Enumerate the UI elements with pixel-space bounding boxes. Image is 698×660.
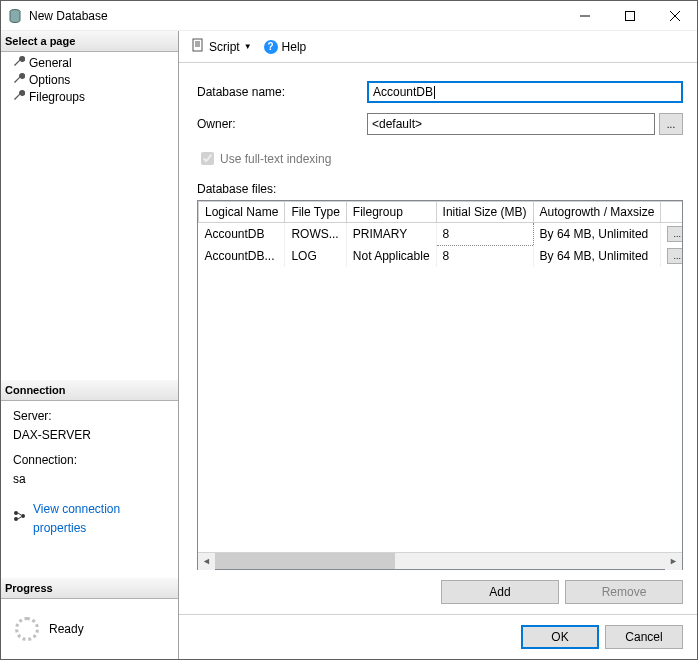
main-panel: Script ▼ ? Help Database name: AccountDB…: [179, 31, 697, 659]
svg-point-5: [14, 511, 18, 515]
col-autogrowth-btn[interactable]: [661, 202, 682, 223]
scrollbar-track[interactable]: [215, 553, 665, 569]
wrench-icon: [13, 72, 25, 87]
cell-size[interactable]: 8: [436, 245, 533, 267]
col-logical-name[interactable]: Logical Name: [199, 202, 285, 223]
server-value: DAX-SERVER: [13, 426, 174, 445]
database-name-label: Database name:: [197, 85, 367, 99]
script-icon: [191, 38, 205, 55]
remove-button[interactable]: Remove: [565, 580, 683, 604]
content-area: Database name: AccountDB Owner: ... Use …: [179, 63, 697, 614]
database-files-label: Database files:: [197, 182, 683, 196]
help-button[interactable]: ? Help: [260, 38, 311, 56]
database-icon: [7, 8, 23, 24]
svg-point-6: [14, 517, 18, 521]
cell-filegroup[interactable]: PRIMARY: [346, 223, 436, 246]
autogrowth-edit-button[interactable]: ...: [667, 226, 682, 242]
database-name-input[interactable]: AccountDB: [367, 81, 683, 103]
server-label: Server:: [13, 407, 174, 426]
select-page-header: Select a page: [1, 31, 178, 52]
script-label: Script: [209, 40, 240, 54]
scroll-left-button[interactable]: ◄: [198, 553, 215, 570]
add-button[interactable]: Add: [441, 580, 559, 604]
new-database-window: New Database Select a page General Optio…: [0, 0, 698, 660]
ok-button[interactable]: OK: [521, 625, 599, 649]
minimize-button[interactable]: [562, 1, 607, 30]
script-button[interactable]: Script ▼: [187, 36, 256, 57]
col-file-type[interactable]: File Type: [285, 202, 346, 223]
titlebar: New Database: [1, 1, 697, 31]
table-row[interactable]: AccountDB... LOG Not Applicable 8 By 64 …: [199, 245, 683, 267]
page-label: Filegroups: [29, 90, 85, 104]
page-list: General Options Filegroups: [1, 52, 178, 107]
col-autogrowth[interactable]: Autogrowth / Maxsize: [533, 202, 661, 223]
help-label: Help: [282, 40, 307, 54]
col-filegroup[interactable]: Filegroup: [346, 202, 436, 223]
page-options[interactable]: Options: [1, 71, 178, 88]
chevron-down-icon: ▼: [244, 42, 252, 51]
connection-value: sa: [13, 470, 174, 489]
autogrowth-edit-button[interactable]: ...: [667, 248, 682, 264]
sidebar: Select a page General Options Filegroups…: [1, 31, 179, 659]
page-filegroups[interactable]: Filegroups: [1, 88, 178, 105]
horizontal-scrollbar[interactable]: ◄ ►: [198, 552, 682, 569]
fulltext-row: Use full-text indexing: [197, 149, 683, 168]
fulltext-checkbox: [201, 152, 214, 165]
page-general[interactable]: General: [1, 54, 178, 71]
database-files-grid: Logical Name File Type Filegroup Initial…: [197, 200, 683, 570]
cell-filegroup[interactable]: Not Applicable: [346, 245, 436, 267]
fulltext-label: Use full-text indexing: [220, 152, 331, 166]
text-caret: [434, 86, 435, 99]
maximize-button[interactable]: [607, 1, 652, 30]
view-connection-properties-link[interactable]: View connection properties: [33, 500, 174, 538]
connection-header: Connection: [1, 380, 178, 401]
page-label: General: [29, 56, 72, 70]
owner-browse-button[interactable]: ...: [659, 113, 683, 135]
svg-rect-10: [193, 39, 202, 51]
table-row[interactable]: AccountDB ROWS... PRIMARY 8 By 64 MB, Un…: [199, 223, 683, 246]
svg-line-8: [18, 513, 21, 515]
owner-label: Owner:: [197, 117, 367, 131]
connection-section: Server: DAX-SERVER Connection: sa View c…: [1, 401, 178, 546]
files-table[interactable]: Logical Name File Type Filegroup Initial…: [198, 201, 682, 267]
progress-header: Progress: [1, 578, 178, 599]
cell-autogrowth[interactable]: By 64 MB, Unlimited: [533, 223, 661, 246]
progress-section: Ready: [1, 599, 178, 659]
toolbar: Script ▼ ? Help: [179, 31, 697, 63]
wrench-icon: [13, 55, 25, 70]
col-initial-size[interactable]: Initial Size (MB): [436, 202, 533, 223]
progress-spinner-icon: [15, 617, 39, 641]
cell-filetype[interactable]: ROWS...: [285, 223, 346, 246]
connection-properties-icon: [13, 509, 27, 528]
cell-size[interactable]: 8: [436, 223, 533, 246]
cell-autogrowth[interactable]: By 64 MB, Unlimited: [533, 245, 661, 267]
help-icon: ?: [264, 40, 278, 54]
cell-filetype[interactable]: LOG: [285, 245, 346, 267]
connection-label: Connection:: [13, 451, 174, 470]
svg-point-7: [21, 514, 25, 518]
window-title: New Database: [29, 9, 562, 23]
sidebar-spacer: [1, 107, 178, 380]
svg-line-9: [18, 517, 21, 519]
cancel-button[interactable]: Cancel: [605, 625, 683, 649]
database-name-value: AccountDB: [373, 85, 433, 99]
table-header-row: Logical Name File Type Filegroup Initial…: [199, 202, 683, 223]
close-button[interactable]: [652, 1, 697, 30]
scrollbar-thumb[interactable]: [215, 553, 395, 569]
cell-logical[interactable]: AccountDB: [199, 223, 285, 246]
cell-logical[interactable]: AccountDB...: [199, 245, 285, 267]
svg-rect-2: [625, 11, 634, 20]
wrench-icon: [13, 89, 25, 104]
scroll-right-button[interactable]: ►: [665, 553, 682, 570]
progress-status: Ready: [49, 622, 84, 636]
page-label: Options: [29, 73, 70, 87]
owner-input[interactable]: [367, 113, 655, 135]
sidebar-gap: [1, 546, 178, 578]
dialog-footer: OK Cancel: [179, 614, 697, 659]
